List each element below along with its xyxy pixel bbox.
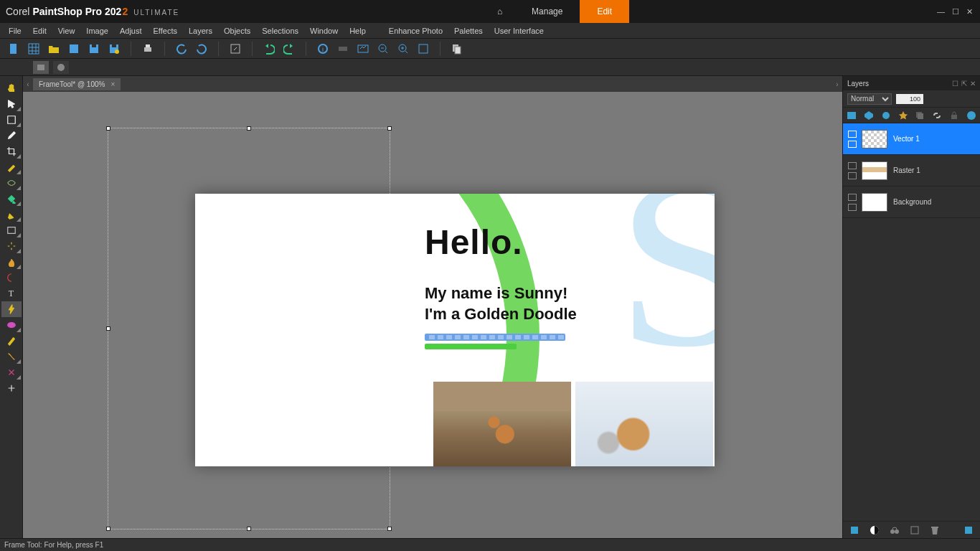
- grid-button[interactable]: [27, 42, 40, 55]
- lock-layer-icon[interactable]: [948, 110, 960, 121]
- svg-point-25: [967, 111, 976, 120]
- tab-manage[interactable]: Manage: [514, 0, 580, 23]
- smudge-tool[interactable]: [1, 254, 22, 270]
- open-file-button[interactable]: [47, 42, 60, 55]
- ruler-button[interactable]: [336, 42, 349, 55]
- footer-group-icon[interactable]: [889, 524, 900, 536]
- menu-layers[interactable]: Layers: [184, 25, 217, 37]
- svg-rect-31: [931, 527, 938, 528]
- crop-tool[interactable]: [1, 143, 22, 159]
- undo-button[interactable]: [263, 42, 275, 55]
- layer-row[interactable]: Background: [843, 187, 980, 218]
- selection-tool[interactable]: [1, 112, 22, 128]
- menu-view[interactable]: View: [54, 25, 80, 37]
- print-button[interactable]: [141, 42, 154, 55]
- rotate-left-button[interactable]: [175, 42, 188, 55]
- world-icon[interactable]: [966, 110, 977, 121]
- footer-delete-icon[interactable]: [929, 524, 941, 536]
- info-button[interactable]: i: [316, 42, 329, 55]
- new-mask-icon[interactable]: [863, 110, 875, 121]
- document-tab[interactable]: FrameTool* @ 100% ×: [33, 78, 121, 90]
- decor-blue-bar: [425, 334, 565, 341]
- zoom-in-button[interactable]: [397, 42, 410, 55]
- tab-home[interactable]: ⌂: [480, 0, 514, 23]
- menu-selections[interactable]: Selections: [258, 25, 303, 37]
- shape-tool[interactable]: [1, 317, 22, 333]
- document-page[interactable]: S Hello. My name is Sunny! I'm a Golden …: [195, 194, 715, 466]
- menu-palettes[interactable]: Palettes: [450, 25, 487, 37]
- color-tool[interactable]: [1, 270, 22, 286]
- menu-effects[interactable]: Effects: [149, 25, 182, 37]
- menu-window[interactable]: Window: [306, 25, 342, 37]
- opacity-field[interactable]: 100: [896, 94, 923, 104]
- link-layer-icon[interactable]: [931, 110, 943, 121]
- footer-expand-icon[interactable]: [963, 524, 974, 536]
- rotate-right-button[interactable]: [195, 42, 208, 55]
- minimize-button[interactable]: —: [937, 7, 945, 17]
- menu-edit[interactable]: Edit: [29, 25, 51, 37]
- add-tool[interactable]: [1, 380, 22, 396]
- art-tool[interactable]: [1, 333, 22, 349]
- tab-edit[interactable]: Edit: [580, 0, 629, 23]
- panel-close-icon[interactable]: ✕: [970, 80, 976, 88]
- tab-scroll-left[interactable]: ‹: [23, 80, 33, 88]
- tab-scroll-right[interactable]: ›: [832, 80, 842, 88]
- dropper-tool[interactable]: [1, 128, 22, 143]
- menu-user-interface[interactable]: User Interface: [490, 25, 548, 37]
- footer-newlayer-icon[interactable]: [849, 524, 860, 536]
- menu-image[interactable]: Image: [82, 25, 113, 37]
- footer-mask-icon[interactable]: [869, 524, 880, 536]
- lighten-tool[interactable]: [1, 238, 22, 254]
- save-button[interactable]: [88, 42, 100, 55]
- gradient-tool[interactable]: [1, 222, 22, 238]
- svg-rect-30: [911, 527, 918, 534]
- layer-visibility[interactable]: [846, 194, 859, 211]
- text-tool[interactable]: T: [1, 286, 22, 301]
- menu-objects[interactable]: Objects: [220, 25, 255, 37]
- frame-tool[interactable]: [1, 301, 22, 317]
- eye-tool[interactable]: [1, 175, 22, 191]
- menu-adjust[interactable]: Adjust: [116, 25, 146, 37]
- document-tab-close[interactable]: ×: [110, 80, 115, 88]
- panel-maximize-icon[interactable]: ☐: [952, 80, 958, 88]
- zoom-actual-button[interactable]: [417, 42, 430, 55]
- new-layer-icon[interactable]: [846, 110, 857, 121]
- canvas-area: ‹ FrameTool* @ 100% × › S Hello. My name: [23, 76, 842, 538]
- canvas-viewport[interactable]: S Hello. My name is Sunny! I'm a Golden …: [23, 92, 842, 538]
- duplicate-layer-icon[interactable]: [914, 110, 925, 121]
- copy-button[interactable]: [451, 42, 463, 55]
- menu-help[interactable]: Help: [345, 25, 370, 37]
- blend-mode-select[interactable]: Normal: [847, 93, 892, 105]
- fit-button[interactable]: [357, 42, 369, 55]
- zoom-out-button[interactable]: [377, 42, 390, 55]
- close-button[interactable]: ✕: [966, 7, 973, 17]
- pan-tool[interactable]: [1, 80, 22, 96]
- frame-shape-ellipse[interactable]: [53, 61, 69, 74]
- maximize-button[interactable]: ☐: [952, 7, 959, 17]
- layer-visibility[interactable]: [846, 162, 859, 179]
- layer-row[interactable]: Vector 1: [843, 123, 980, 155]
- resize-button[interactable]: [229, 42, 242, 55]
- footer-merge-icon[interactable]: [909, 524, 920, 536]
- flood-fill-tool[interactable]: [1, 191, 22, 207]
- redo-button[interactable]: [283, 42, 296, 55]
- menu-file[interactable]: File: [4, 25, 26, 37]
- menu-enhance-photo[interactable]: Enhance Photo: [385, 25, 447, 37]
- pick-tool[interactable]: [1, 96, 22, 112]
- recent-button[interactable]: [67, 42, 80, 55]
- pen-tool[interactable]: [1, 207, 22, 222]
- new-file-button[interactable]: [7, 42, 20, 55]
- new-adjust-icon[interactable]: [880, 110, 892, 121]
- layer-visibility[interactable]: [846, 131, 859, 148]
- saveas-button[interactable]: [108, 42, 121, 55]
- frame-shape-rect[interactable]: [33, 61, 49, 74]
- layer-row[interactable]: Raster 1: [843, 155, 980, 187]
- layer-style-icon[interactable]: [897, 110, 909, 121]
- layers-panel-header[interactable]: Layers ☐ ⇱ ✕: [843, 76, 980, 90]
- layers-list: Vector 1 Raster 1 Background: [843, 123, 980, 521]
- replace-tool[interactable]: [1, 364, 22, 380]
- warp-tool[interactable]: [1, 349, 22, 364]
- paintbrush-tool[interactable]: [1, 159, 22, 175]
- panel-pin-icon[interactable]: ⇱: [961, 80, 967, 88]
- brand-ultimate: ULTIMATE: [133, 9, 179, 17]
